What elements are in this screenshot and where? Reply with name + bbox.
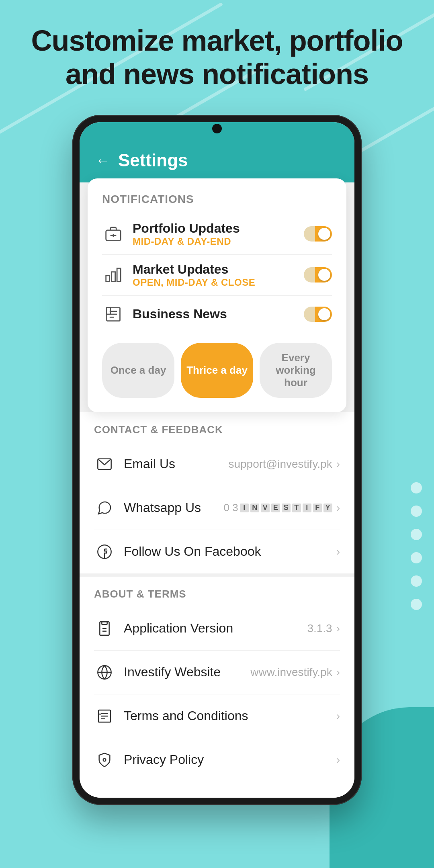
- about-section: ABOUT & TERMS Application Version: [80, 577, 354, 782]
- email-chevron: ›: [336, 458, 340, 471]
- market-updates-subtitle: OPEN, MID-DAY & CLOSE: [133, 277, 304, 288]
- app-version-icon: [94, 618, 115, 639]
- website-label: Investify Website: [124, 665, 250, 680]
- app-version-item[interactable]: Application Version 3.1.3 ›: [94, 607, 340, 651]
- thrice-a-day-button[interactable]: Thrice a day: [181, 343, 253, 398]
- privacy-item[interactable]: Privacy Policy ›: [94, 738, 340, 782]
- email-icon: [94, 454, 115, 475]
- chart-icon: [102, 264, 125, 286]
- notifications-card: NOTIFICATIONS Portfolio Up: [88, 178, 346, 412]
- website-item[interactable]: Investify Website www.investify.pk ›: [94, 651, 340, 694]
- privacy-label: Privacy Policy: [124, 752, 336, 767]
- portfolio-updates-item: Portfolio Updates MID-DAY & DAY-END: [102, 214, 332, 255]
- svg-rect-14: [102, 622, 107, 624]
- website-chevron: ›: [336, 666, 340, 679]
- bottom-padding: [80, 782, 354, 798]
- phone-screen: ← Settings NOTIFICATIONS: [80, 122, 354, 798]
- svg-rect-5: [117, 268, 121, 282]
- phone-wrapper: ← Settings NOTIFICATIONS: [72, 115, 362, 805]
- market-updates-title: Market Updates: [133, 262, 304, 277]
- website-value: www.investify.pk: [250, 666, 332, 679]
- notifications-section-label: NOTIFICATIONS: [102, 193, 332, 206]
- terms-chevron: ›: [336, 710, 340, 723]
- terms-label: Terms and Conditions: [124, 708, 336, 723]
- email-us-label: Email Us: [124, 457, 228, 471]
- whatsapp-icon: [94, 497, 115, 518]
- portfolio-updates-subtitle: MID-DAY & DAY-END: [133, 236, 304, 247]
- market-updates-item: Market Updates OPEN, MID-DAY & CLOSE: [102, 255, 332, 296]
- portfolio-updates-toggle[interactable]: [304, 226, 332, 242]
- business-news-text: Business News: [133, 307, 304, 321]
- phone-frame: ← Settings NOTIFICATIONS: [72, 115, 362, 805]
- briefcase-icon: [102, 223, 125, 245]
- about-section-label: ABOUT & TERMS: [94, 577, 340, 607]
- portfolio-updates-title: Portfolio Updates: [133, 221, 304, 236]
- whatsapp-label: Whatsapp Us: [124, 500, 224, 515]
- shield-icon: [94, 749, 115, 770]
- camera-notch: [212, 124, 222, 133]
- portfolio-updates-text: Portfolio Updates MID-DAY & DAY-END: [133, 221, 304, 247]
- whatsapp-chevron: ›: [336, 502, 340, 514]
- svg-point-23: [103, 758, 106, 761]
- contact-section-label: CONTACT & FEEDBACK: [94, 412, 340, 442]
- facebook-icon: [94, 541, 115, 562]
- app-version-value: 3.1.3: [307, 622, 332, 635]
- newspaper-icon: [102, 303, 125, 326]
- business-news-item: Business News: [102, 296, 332, 333]
- frequency-buttons: Once a day Thrice a day Every working ho…: [102, 343, 332, 398]
- hero-title: Customize market, portfolio and news not…: [0, 24, 434, 91]
- email-us-item[interactable]: Email Us support@investify.pk ›: [94, 442, 340, 486]
- privacy-chevron: ›: [336, 753, 340, 766]
- settings-title: Settings: [118, 150, 188, 170]
- once-a-day-button[interactable]: Once a day: [102, 343, 174, 398]
- every-working-hour-button[interactable]: Every working hour: [260, 343, 332, 398]
- main-content: Customize market, portfolio and news not…: [0, 0, 434, 805]
- facebook-chevron: ›: [336, 545, 340, 558]
- email-value: support@investify.pk: [228, 458, 332, 471]
- terms-icon: [94, 706, 115, 727]
- contact-section: CONTACT & FEEDBACK Email Us support@inve…: [80, 412, 354, 573]
- market-updates-toggle[interactable]: [304, 267, 332, 283]
- svg-rect-3: [106, 276, 110, 282]
- business-news-toggle[interactable]: [304, 307, 332, 322]
- facebook-item[interactable]: Follow Us On Facebook ›: [94, 530, 340, 573]
- market-updates-text: Market Updates OPEN, MID-DAY & CLOSE: [133, 262, 304, 288]
- app-version-label: Application Version: [124, 621, 307, 636]
- facebook-label: Follow Us On Facebook: [124, 544, 336, 559]
- globe-icon: [94, 662, 115, 683]
- svg-rect-4: [111, 272, 115, 282]
- app-version-chevron: ›: [336, 622, 340, 635]
- whatsapp-item[interactable]: Whatsapp Us 0 3 INVESTIFY ›: [94, 486, 340, 530]
- terms-item[interactable]: Terms and Conditions ›: [94, 694, 340, 738]
- whatsapp-number: 0 3 INVESTIFY: [224, 502, 332, 514]
- section-divider: [80, 573, 354, 577]
- business-news-title: Business News: [133, 307, 304, 321]
- back-button[interactable]: ←: [96, 152, 110, 169]
